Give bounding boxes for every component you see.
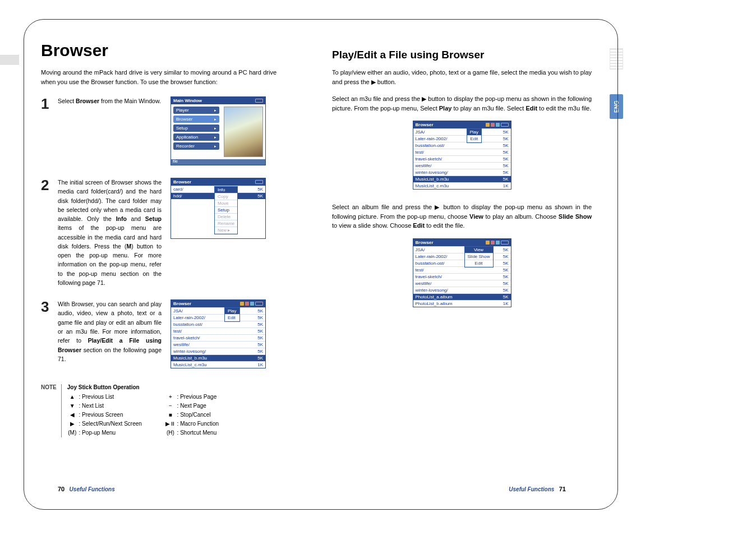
step-3: 3 With Browser, you can search and play … [41, 299, 301, 368]
step-text: With Browser, you can search and play au… [58, 299, 162, 368]
list-item[interactable]: test/5K [413, 266, 511, 273]
paragraph: Select an m3u file and press the ▶ butto… [332, 94, 592, 113]
window-title: Browser [416, 122, 434, 127]
binding-stripes [0, 55, 19, 65]
menu-item-setup[interactable]: Setup▸ [173, 124, 219, 132]
browser-mock: Browser JSA/5KLater-rain-2002/5Kbusstati… [413, 238, 511, 307]
file-list: JSA/5KLater-rain-2002/5Kbusstation-ost/5… [171, 307, 265, 368]
note-item: ▶ : Select/Run/Next Screen [67, 419, 142, 428]
main-menu: Player▸Browser▸Setup▸Application▸Recorde… [171, 104, 222, 159]
menu-item-player[interactable]: Player▸ [173, 107, 219, 114]
window-title: Browser [416, 240, 434, 245]
list-item[interactable]: westlife/5K [413, 162, 511, 169]
list-item[interactable]: travel-sketch/5K [413, 155, 511, 162]
popup-item[interactable]: Play [225, 308, 239, 315]
list-item[interactable]: busstation-ost/5K [171, 321, 265, 328]
step-number: 3 [41, 299, 52, 368]
note-block: NOTE Joy Stick Button Operation ▲ : Prev… [41, 384, 301, 437]
paragraph: To play/view either an audio, video, pho… [332, 68, 592, 86]
note-item: ◀ : Previous Screen [67, 411, 142, 419]
note-item: − : Next Page [165, 402, 219, 411]
battery-icon [501, 241, 509, 245]
list-item[interactable]: MusicList_c.m3u1K [413, 182, 511, 189]
list-item[interactable]: busstation-ost/5K [413, 142, 511, 149]
step-number: 2 [41, 178, 52, 287]
list-item[interactable]: PhotoList_a.album5K [413, 293, 511, 300]
note-item: + : Previous Page [165, 393, 219, 402]
page-right: Play/Edit a File using Browser To play/v… [332, 41, 592, 495]
popup-item[interactable]: Setup [215, 207, 237, 214]
list-item[interactable]: busstation-ost/5K [413, 260, 511, 266]
popup-item[interactable]: Edit [225, 315, 239, 321]
note-title: Joy Stick Button Operation [67, 384, 301, 390]
list-item[interactable]: MusicList_c.m3u1K [171, 361, 265, 368]
list-item[interactable]: winter-lovesong/5K [413, 169, 511, 176]
list-item[interactable]: Later-rain-2002/5K [413, 253, 511, 260]
note-item: ▶⏸ : Macro Function [165, 419, 219, 428]
list-item[interactable]: test/5K [171, 328, 265, 334]
popup-item[interactable]: Edit [467, 136, 482, 142]
paragraph: Select an album file and press the ▶ but… [332, 202, 592, 230]
menu-item-recorder[interactable]: Recorder▸ [173, 142, 219, 150]
page-footer-right: Useful Functions 71 [509, 486, 566, 492]
popup-item: Copy [215, 193, 237, 200]
titlebar-icons [486, 123, 509, 127]
popup-item[interactable]: Play [467, 129, 482, 136]
status-icon [491, 123, 495, 127]
menu-item-browser[interactable]: Browser▸ [173, 116, 219, 123]
list-item[interactable]: westlife/5K [171, 341, 265, 348]
list-item[interactable]: MusicList_b.m3u5K [171, 354, 265, 361]
popup-item[interactable]: View [465, 247, 493, 253]
popup-item: Rename [215, 220, 237, 227]
popup-menu: PlayEdit [224, 307, 240, 322]
step-2: 2 The initial screen of Browser shows th… [41, 178, 301, 287]
popup-item[interactable]: Slide Show [465, 253, 493, 260]
step-text: Select Browser from the Main Window. [58, 96, 162, 165]
window-title: Main Window [173, 98, 202, 103]
status-icon [496, 241, 500, 245]
list-item[interactable]: JSA/5K [413, 246, 511, 253]
step-text: The initial screen of Browser shows the … [58, 178, 162, 287]
browser-mock: Browser JSA/5KLater-rain-2002/5Kbusstati… [170, 299, 266, 368]
section-name: Useful Functions [70, 486, 115, 492]
list-item[interactable]: westlife/5K [413, 280, 511, 287]
list-item[interactable]: test/5K [413, 149, 511, 155]
titlebar-icons [240, 302, 263, 306]
window-title: Browser [173, 301, 191, 306]
note-item: (M) : Pop-up Menu [67, 428, 142, 437]
status-icon [486, 123, 490, 127]
list-item[interactable]: winter-lovesong/5K [171, 348, 265, 354]
note-item: ■ : Stop/Cancel [165, 411, 219, 419]
popup-item[interactable]: Info [215, 187, 237, 193]
status-icon [491, 241, 495, 245]
titlebar-icons [486, 241, 509, 245]
page-left: Browser Moving around the mPack hard dri… [41, 41, 301, 495]
list-item[interactable]: travel-sketch/5K [171, 334, 265, 341]
page-number: 70 [58, 486, 64, 492]
popup-item[interactable]: Edit [465, 260, 493, 267]
intro-text: Moving around the mPack hard drive is ve… [41, 68, 276, 86]
page-number: 71 [559, 486, 566, 492]
battery-icon [255, 99, 263, 103]
list-item[interactable]: JSA/5K [413, 128, 511, 135]
browser-mock: Browser JSA/5KLater-rain-2002/5Kbusstati… [413, 121, 511, 190]
note-col-2: + : Previous Page− : Next Page■ : Stop/C… [165, 393, 219, 437]
list-item[interactable]: winter-lovesong/5K [413, 287, 511, 293]
list-item[interactable]: JSA/5K [171, 307, 265, 314]
page-footer-left: 70 Useful Functions [58, 486, 115, 492]
menu-item-application[interactable]: Application▸ [173, 133, 219, 141]
battery-icon [255, 302, 263, 306]
preview-image [224, 107, 263, 157]
list-item[interactable]: travel-sketch/5K [413, 273, 511, 280]
list-item[interactable]: PhotoList_b.album1K [413, 300, 511, 307]
step-number: 1 [41, 96, 52, 165]
window-title: Browser [173, 179, 191, 185]
list-item[interactable]: Later-rain-2002/5K [413, 135, 511, 142]
status-icon [250, 302, 254, 306]
list-item[interactable]: Later-rain-2002/5K [171, 314, 265, 321]
list-item[interactable]: MusicList_b.m3u5K [413, 176, 511, 182]
note-label: NOTE [41, 384, 62, 437]
status-icon [240, 302, 244, 306]
battery-icon [255, 180, 263, 184]
popup-menu: InfoCopyMoveSetupDeleteRenameNew ▸ [214, 186, 238, 234]
